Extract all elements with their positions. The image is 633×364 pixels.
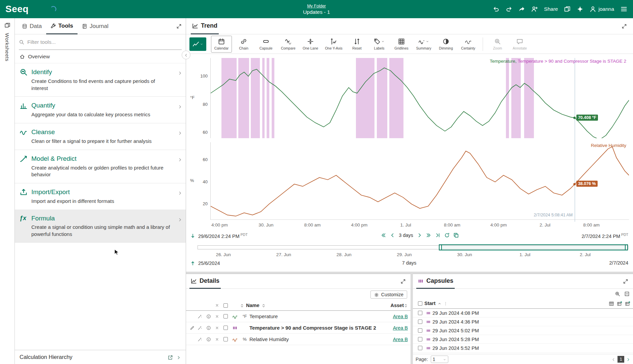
- reset-button[interactable]: Reset: [346, 36, 367, 53]
- one-lane-button[interactable]: One Lane: [300, 36, 321, 53]
- labels-button[interactable]: Labels: [369, 36, 390, 53]
- capsule-row[interactable]: 29 Jun 2024 4:08 PM: [413, 309, 633, 317]
- capsule-checkbox[interactable]: [418, 311, 422, 315]
- column-name-label[interactable]: Name: [246, 303, 260, 308]
- tab-capsules[interactable]: Capsules: [416, 274, 455, 289]
- compare-button[interactable]: Compare: [278, 36, 299, 53]
- one-y-axis-button[interactable]: One Y-Axis: [322, 36, 345, 53]
- tool-item-model-predict[interactable]: Model & PredictCreate analytical models …: [15, 150, 186, 183]
- select-all-checkbox[interactable]: [223, 303, 228, 308]
- row-checkbox[interactable]: [223, 326, 228, 330]
- editing-pencil-icon[interactable]: [189, 326, 195, 330]
- tab-tools[interactable]: Tools: [46, 18, 78, 34]
- forward-icon[interactable]: [518, 6, 525, 12]
- ai-assistant-icon[interactable]: [577, 6, 583, 12]
- tool-item-import-export[interactable]: Import/ExportImport and export in differ…: [15, 183, 186, 210]
- tool-item-quantify[interactable]: QuantifyAggregate your data to calculate…: [15, 97, 186, 123]
- add-column-icon[interactable]: [617, 300, 622, 306]
- sort-icon-2[interactable]: [262, 303, 266, 308]
- display-range-end[interactable]: 2/7/2024 2:24 PM: [582, 234, 620, 239]
- overview-item[interactable]: Overview: [15, 50, 186, 63]
- tool-item-identify[interactable]: IdentifyCreate Conditions to find events…: [15, 63, 186, 97]
- legend-temperature[interactable]: Temperature,: [490, 59, 518, 64]
- derive-wand-icon[interactable]: [195, 337, 204, 342]
- column-asset-label[interactable]: Asset: [391, 303, 404, 308]
- investigate-range-duration[interactable]: 7 days: [402, 260, 417, 266]
- tab-details[interactable]: Details: [189, 274, 221, 289]
- calculation-hierarchy[interactable]: Calculation Hierarchy: [15, 350, 186, 364]
- dimming-button[interactable]: Dimming: [435, 36, 456, 53]
- duplicate-range-button[interactable]: [453, 232, 459, 238]
- capsule-row[interactable]: 29 Jun 2024 5:02 PM: [413, 326, 633, 335]
- collapse-panel-button[interactable]: [182, 51, 190, 59]
- trend-chart[interactable]: Temperature, Temperature > 90 and Compre…: [186, 54, 633, 231]
- go-to-end-button[interactable]: [435, 232, 441, 238]
- range-selection[interactable]: [439, 244, 628, 250]
- filter-tools-search[interactable]: [19, 34, 182, 50]
- page-select[interactable]: 1: [431, 356, 448, 363]
- sort-start-icon[interactable]: [438, 301, 442, 306]
- calendar-button[interactable]: Calendar: [211, 36, 232, 53]
- remove-icon[interactable]: [213, 314, 221, 318]
- tab-data[interactable]: Data: [18, 18, 46, 34]
- expand-panel-icon[interactable]: [175, 22, 183, 30]
- seeq-logo[interactable]: Seeq: [5, 4, 29, 14]
- display-mode-button[interactable]: [189, 37, 206, 51]
- item-name[interactable]: Temperature: [249, 313, 384, 319]
- chain-button[interactable]: Chain: [233, 36, 254, 53]
- derive-wand-icon[interactable]: [195, 326, 204, 330]
- row-checkbox[interactable]: [223, 314, 228, 318]
- sort-asset-icon[interactable]: [404, 303, 408, 308]
- column-start-label[interactable]: Start: [424, 301, 435, 306]
- item-name[interactable]: Relative Humidity: [249, 336, 384, 342]
- tab-journal[interactable]: Journal: [78, 18, 113, 34]
- legend-condition[interactable]: Temperature > 90 and Compressor Stage is…: [518, 59, 626, 64]
- table-row[interactable]: °FTemperatureArea B: [186, 311, 411, 322]
- tool-item-formula[interactable]: ƒxFormulaCreate a signal or condition us…: [15, 210, 186, 243]
- redo-icon[interactable]: [506, 6, 512, 12]
- minimize-capsules-icon[interactable]: [624, 291, 630, 296]
- column-menu-icon[interactable]: [444, 301, 448, 306]
- search-input[interactable]: [27, 39, 182, 45]
- range-handle-left[interactable]: [439, 244, 442, 250]
- gridlines-button[interactable]: Gridlines: [391, 36, 412, 53]
- humidity-lane[interactable]: Relative Humidity: [210, 142, 629, 220]
- expand-capsules-icon[interactable]: [622, 277, 630, 285]
- current-page[interactable]: 1: [617, 356, 624, 363]
- legend-humidity[interactable]: Relative Humidity: [591, 143, 626, 148]
- row-checkbox[interactable]: [223, 337, 228, 341]
- tab-trend[interactable]: Trend: [191, 18, 219, 34]
- investigate-start-icon[interactable]: [190, 233, 195, 239]
- range-handle-right[interactable]: [625, 244, 628, 250]
- item-name[interactable]: Temperature > 90 and Compressor Stage is…: [249, 325, 384, 331]
- refresh-button[interactable]: [444, 232, 450, 238]
- zoom-capsules-icon[interactable]: [615, 291, 620, 296]
- worksheets-strip[interactable]: Worksheets: [0, 18, 15, 364]
- user-menu[interactable]: joanna: [590, 6, 614, 12]
- step-forward-button[interactable]: [417, 232, 422, 238]
- expand-trend-icon[interactable]: [620, 22, 628, 30]
- temperature-lane[interactable]: Temperature, Temperature > 90 and Compre…: [210, 58, 629, 138]
- capsule-button[interactable]: Capsule: [255, 36, 276, 53]
- tool-item-cleanse[interactable]: CleanseClean or filter a signal to prepa…: [15, 123, 186, 150]
- capsule-checkbox[interactable]: [418, 346, 422, 350]
- info-icon[interactable]: [204, 326, 213, 330]
- derive-wand-icon[interactable]: [195, 314, 204, 319]
- capsule-checkbox[interactable]: [418, 320, 422, 324]
- asset-link[interactable]: Area B: [393, 314, 408, 319]
- capsule-row[interactable]: 29 Jun 2024 4:36 PM: [413, 317, 633, 326]
- remove-icon[interactable]: [213, 326, 221, 330]
- investigate-range-icon[interactable]: [190, 260, 195, 266]
- open-external-icon[interactable]: [168, 354, 173, 360]
- display-range-start[interactable]: 29/6/2024 2:24 PM: [198, 234, 240, 239]
- next-page-icon[interactable]: [626, 357, 630, 362]
- zoom-button[interactable]: Zoom: [487, 36, 508, 53]
- certainty-button[interactable]: Certainty: [458, 36, 479, 53]
- display-range-duration[interactable]: 3 days: [399, 233, 413, 238]
- breadcrumb[interactable]: My Folder: [307, 4, 326, 8]
- table-row[interactable]: Temperature > 90 and Compressor Stage is…: [186, 322, 411, 334]
- capsules-select-all-checkbox[interactable]: [418, 301, 422, 306]
- remove-all-icon[interactable]: [213, 303, 221, 307]
- hamburger-menu-icon[interactable]: [620, 5, 628, 13]
- expand-details-icon[interactable]: [399, 277, 407, 285]
